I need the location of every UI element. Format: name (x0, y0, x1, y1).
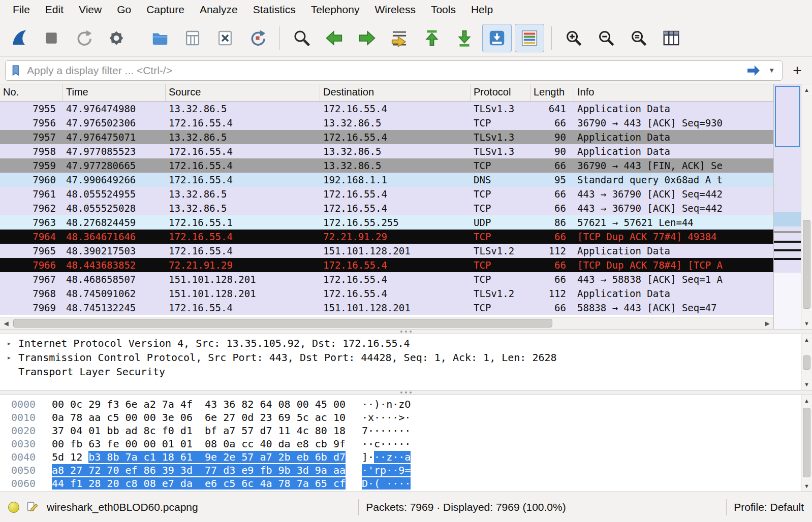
go-to-packet-button[interactable] (385, 24, 414, 52)
hex-row[interactable]: 003000 fb 63 fe 00 00 01 01 08 0a cc 40 … (0, 437, 801, 450)
packet-row[interactable]: 795847.977085523172.16.55.413.32.86.5TLS… (0, 144, 773, 158)
packet-row[interactable]: 796848.745091062151.101.128.201172.16.55… (0, 286, 773, 301)
detail-line[interactable]: ▸Transmission Control Protocol, Src Port… (0, 350, 801, 365)
packet-row[interactable]: 796948.745132245172.16.55.4151.101.128.2… (0, 301, 773, 315)
menu-statistics[interactable]: Statistics (245, 2, 303, 18)
scroll-left-icon[interactable]: ◀ (0, 320, 12, 327)
go-forward-button[interactable] (352, 24, 382, 52)
profile-label[interactable]: Profile: Default (734, 501, 804, 513)
hex-row[interactable]: 0050a8 27 72 70 ef 86 39 3d 77 d3 e9 fb … (0, 464, 801, 477)
column-header-time[interactable]: Time (63, 84, 166, 101)
vertical-scroll-track[interactable] (801, 95, 812, 318)
detail-line[interactable]: ▸Internet Protocol Version 4, Src: 13.35… (0, 336, 801, 350)
packet-row[interactable]: 796248.05552502813.32.86.5172.16.55.4TCP… (0, 201, 773, 215)
resize-columns-button[interactable] (657, 24, 686, 52)
filter-bookmark-icon[interactable] (10, 64, 23, 77)
stop-capture-button[interactable] (37, 24, 66, 52)
capture-options-button[interactable] (102, 24, 131, 52)
scroll-down-icon[interactable]: ▼ (801, 379, 812, 390)
zoom-out-button[interactable] (591, 24, 621, 52)
reload-file-button[interactable] (243, 24, 272, 52)
pane-splitter[interactable] (0, 329, 812, 334)
menu-wireless[interactable]: Wireless (367, 2, 423, 18)
menu-go[interactable]: Go (109, 2, 139, 18)
go-to-first-button[interactable] (417, 24, 447, 52)
packet-row[interactable]: 796348.276824459172.16.55.1172.16.55.255… (0, 215, 773, 230)
expand-arrow-icon[interactable]: ▸ (0, 350, 18, 365)
column-header-length[interactable]: Length (530, 84, 574, 101)
statusbar-separator (726, 499, 727, 515)
column-header-source[interactable]: Source (166, 84, 320, 101)
horizontal-scroll-thumb[interactable] (13, 319, 552, 328)
hex-row[interactable]: 002037 04 01 bb ad 8c f0 d1 bf a7 57 d7 … (0, 424, 801, 437)
menu-file[interactable]: File (5, 2, 38, 18)
scroll-up-icon[interactable]: ▲ (801, 395, 812, 406)
column-header-protocol[interactable]: Protocol (471, 84, 530, 101)
menu-view[interactable]: View (71, 2, 109, 18)
pane-splitter[interactable] (0, 390, 812, 395)
add-display-filter-button[interactable]: + (788, 63, 807, 78)
close-file-button[interactable] (210, 24, 240, 52)
intelligent-scrollbar-minimap[interactable] (773, 84, 801, 329)
packet-row[interactable]: 796748.468658507151.101.128.201172.16.55… (0, 272, 773, 286)
vertical-scroll-thumb[interactable] (803, 355, 810, 370)
detail-line[interactable]: Transport Layer Security (0, 365, 801, 379)
save-file-button[interactable] (178, 24, 207, 52)
zoom-reset-button[interactable] (624, 24, 653, 52)
packet-row[interactable]: 795947.977280665172.16.55.413.32.86.5TCP… (0, 158, 773, 173)
vertical-scroll-thumb[interactable] (803, 408, 810, 477)
filter-dropdown-arrow[interactable]: ▼ (765, 67, 778, 74)
go-back-button[interactable] (320, 24, 349, 52)
go-to-last-button[interactable] (450, 24, 479, 52)
menu-tools[interactable]: Tools (423, 2, 463, 18)
apply-filter-button[interactable] (746, 64, 761, 77)
colorize-toggle-button[interactable] (515, 24, 544, 52)
packet-row[interactable]: 795647.976502306172.16.55.413.32.86.5TCP… (0, 116, 773, 130)
zoom-in-button[interactable] (559, 24, 588, 52)
menu-help[interactable]: Help (463, 2, 501, 18)
expert-info-icon[interactable] (8, 502, 19, 513)
packet-row[interactable]: 796047.990649266172.16.55.4192.168.1.1DN… (0, 173, 773, 187)
minimap-view-indicator[interactable] (775, 86, 800, 147)
expand-arrow-icon[interactable]: ▸ (0, 336, 18, 350)
menu-telephony[interactable]: Telephony (303, 2, 367, 18)
vertical-scroll-thumb[interactable] (803, 220, 810, 309)
column-header-destination[interactable]: Destination (320, 84, 471, 101)
menu-edit[interactable]: Edit (38, 2, 71, 18)
packet-row[interactable]: 796148.05552495513.32.86.5172.16.55.4TCP… (0, 187, 773, 201)
packet-row[interactable]: 796448.364671646172.16.55.472.21.91.29TC… (0, 230, 773, 244)
display-filter-input[interactable] (27, 64, 742, 77)
scroll-down-icon[interactable]: ▼ (801, 318, 812, 329)
restart-icon (74, 28, 93, 48)
find-packet-button[interactable] (287, 24, 317, 52)
packet-list-horizontal-scrollbar[interactable]: ◀ ▶ (0, 317, 773, 329)
vertical-scroll-track[interactable] (801, 406, 812, 480)
packet-row[interactable]: 795547.97647498013.32.86.5172.16.55.4TLS… (0, 102, 773, 116)
hex-row[interactable]: 006044 f1 28 20 c8 08 e7 da e6 c5 6c 4a … (0, 477, 801, 490)
packet-list-vertical-scrollbar[interactable]: ▲ ▼ (801, 84, 812, 329)
packet-row[interactable]: 795747.97647507113.32.86.5172.16.55.4TLS… (0, 130, 773, 144)
scroll-up-icon[interactable]: ▲ (801, 334, 812, 345)
column-header-no[interactable]: No. (0, 84, 63, 101)
scroll-down-icon[interactable]: ▼ (801, 480, 812, 492)
packet-cell-destination: 13.32.86.5 (320, 116, 471, 130)
capture-comment-pencil-icon[interactable] (26, 501, 40, 514)
packet-row[interactable]: 796648.44368385272.21.91.29172.16.55.4TC… (0, 258, 773, 272)
column-header-info[interactable]: Info (574, 84, 773, 101)
menu-analyze[interactable]: Analyze (192, 2, 245, 18)
hex-row[interactable]: 00405d 12 b3 8b 7a c1 18 61 9e 2e 57 a7 … (0, 450, 801, 464)
hex-row[interactable]: 00100a 78 aa c5 00 00 3e 06 6e 27 0d 23 … (0, 411, 801, 424)
scroll-up-icon[interactable]: ▲ (801, 84, 812, 95)
packet-row[interactable]: 796548.390217503172.16.55.4151.101.128.2… (0, 244, 773, 258)
horizontal-scroll-track[interactable] (12, 317, 761, 329)
hex-row[interactable]: 000000 0c 29 f3 6e a2 7a 4f 43 36 82 64 … (0, 398, 801, 411)
details-vertical-scrollbar[interactable]: ▲ ▼ (801, 334, 812, 390)
vertical-scroll-track[interactable] (801, 345, 812, 379)
hex-vertical-scrollbar[interactable]: ▲ ▼ (801, 395, 812, 492)
restart-capture-button[interactable] (69, 24, 99, 52)
start-capture-button[interactable] (4, 24, 34, 52)
menu-capture[interactable]: Capture (139, 2, 192, 18)
open-file-button[interactable] (145, 24, 175, 52)
auto-scroll-toggle-button[interactable] (482, 24, 512, 52)
scroll-right-icon[interactable]: ▶ (761, 320, 773, 327)
